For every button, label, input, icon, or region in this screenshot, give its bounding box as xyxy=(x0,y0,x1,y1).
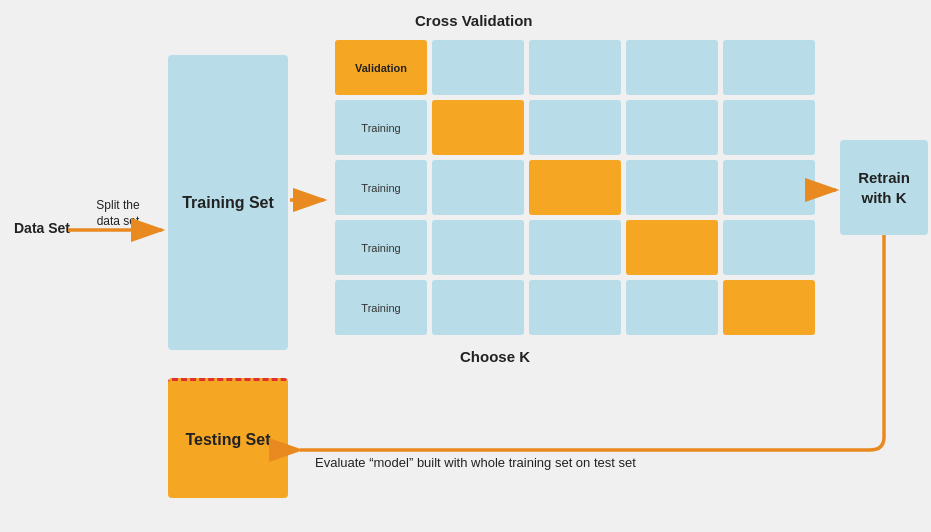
cv-cell-2-1 xyxy=(432,160,524,215)
cv-cell-1-4 xyxy=(723,100,815,155)
evaluate-label: Evaluate “model” built with whole traini… xyxy=(315,455,636,470)
retrain-box: Retrainwith K xyxy=(840,140,928,235)
choose-k-label: Choose K xyxy=(460,348,530,365)
cv-cell-4-2 xyxy=(529,280,621,335)
retrain-label: Retrainwith K xyxy=(858,168,910,207)
cv-cell-0-1 xyxy=(432,40,524,95)
cv-cell-4-0: Training xyxy=(335,280,427,335)
diagram-container: Data Set Split thedata set Cross Validat… xyxy=(0,0,931,532)
cv-cell-2-3 xyxy=(626,160,718,215)
dataset-label: Data Set xyxy=(14,220,70,236)
cv-cell-0-4 xyxy=(723,40,815,95)
cv-cell-1-1 xyxy=(432,100,524,155)
cv-cell-2-0: Training xyxy=(335,160,427,215)
cv-cell-0-2 xyxy=(529,40,621,95)
cv-cell-4-3 xyxy=(626,280,718,335)
cv-cell-1-2 xyxy=(529,100,621,155)
cv-cell-3-4 xyxy=(723,220,815,275)
cv-cell-3-0: Training xyxy=(335,220,427,275)
cv-cell-2-2 xyxy=(529,160,621,215)
cv-cell-4-4 xyxy=(723,280,815,335)
testing-set-box: Testing Set xyxy=(168,378,288,498)
cv-cell-2-4 xyxy=(723,160,815,215)
cv-cell-3-3 xyxy=(626,220,718,275)
training-set-box: Training Set xyxy=(168,55,288,350)
cv-grid: Validation Training Training Training Tr… xyxy=(330,35,820,340)
cv-cell-4-1 xyxy=(432,280,524,335)
cv-cell-1-0: Training xyxy=(335,100,427,155)
training-set-label: Training Set xyxy=(182,194,274,212)
split-label: Split thedata set xyxy=(78,198,158,229)
cross-validation-label: Cross Validation xyxy=(415,12,533,29)
cv-cell-3-1 xyxy=(432,220,524,275)
testing-set-label: Testing Set xyxy=(185,431,270,449)
cv-cell-1-3 xyxy=(626,100,718,155)
cv-cell-3-2 xyxy=(529,220,621,275)
cv-cell-0-0: Validation xyxy=(335,40,427,95)
cv-cell-0-3 xyxy=(626,40,718,95)
